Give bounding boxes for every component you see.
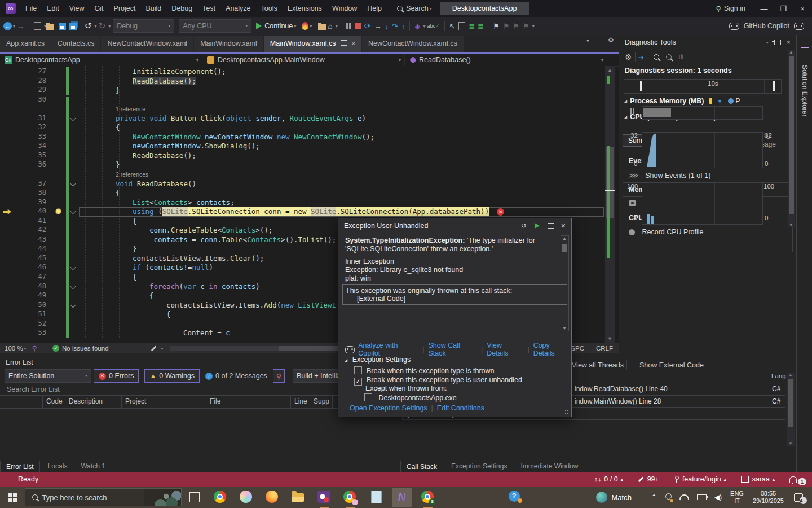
spell-check-icon[interactable]: abc✓ [427,23,439,29]
menu-item-extensions[interactable]: Extensions [283,5,327,12]
step-into-icon[interactable]: ↓ [385,22,389,30]
notifications-bell[interactable]: 1 [789,474,806,485]
menu-item-debug[interactable]: Debug [166,5,197,12]
module-checkbox[interactable]: DesktopcontactsApp.exe [364,393,457,402]
continue-play-icon[interactable] [535,223,540,229]
stop-icon[interactable] [355,23,361,29]
outline-collapse-icon[interactable] [70,115,76,121]
visual-studio-icon[interactable]: N [392,488,412,507]
weather-widget[interactable]: Match [596,492,632,503]
zoom-level-dropdown[interactable]: 100 % [5,345,23,352]
filter-button[interactable]: ⚲ [273,369,285,383]
pause-icon[interactable] [629,108,635,116]
explorer-icon[interactable] [292,491,305,504]
snapshot-marker-icon[interactable] [709,98,712,104]
call-stack-scrollbar[interactable]: ▲ ▼ [787,373,795,446]
wifi-icon[interactable] [679,494,689,500]
tab-newcontactwindow.xaml[interactable]: NewContactWindow.xaml [101,36,193,52]
codelens-label[interactable]: 2 references [116,171,148,178]
project-dropdown[interactable]: C# DesktopcontactsApp▾ [0,54,202,66]
codelens-row[interactable]: 2 references [0,170,605,179]
chrome-money-icon[interactable]: $ [421,491,435,504]
chevron-down-icon[interactable]: ▾ [336,24,338,29]
step-out-icon[interactable]: ↑ [401,22,405,30]
member-dropdown[interactable]: ReadDatabase()▾ [405,54,607,66]
warnings-filter-button[interactable]: ▲ 0 Warnings [144,369,200,383]
code-line[interactable]: 28ReadDatabase(); [0,77,605,86]
show-next-statement-icon[interactable]: → [374,22,382,30]
column-header-supp[interactable]: Supp [310,396,333,408]
find-in-files-icon[interactable] [318,24,326,30]
menu-item-help[interactable]: Help [362,5,387,12]
tab-options-gear-icon[interactable]: ⚙ [608,36,614,44]
dialog-footer-link-0[interactable]: Open Exception Settings [350,404,427,412]
bookmark-icon[interactable]: ⚑ [493,22,500,30]
back-icon[interactable]: ← [3,22,12,30]
pending-changes[interactable]: 99+ [638,475,659,483]
notification-center[interactable]: 4 [794,493,803,502]
dialog-link-2[interactable]: View Details [487,341,523,357]
code-line[interactable]: 31private void Button_Click(object sende… [0,114,605,124]
editor-scrollbar[interactable]: ▲ ▼ [605,66,615,343]
zoom-in-icon[interactable] [654,54,659,60]
outline-collapse-icon[interactable] [70,302,76,308]
exception-settings-expander[interactable]: ◢ Exception Settings [344,356,411,364]
sync-status[interactable]: ↑↓ 0 / 0 ▴ [594,475,623,483]
tab-call-stack[interactable]: Call Stack [400,461,443,472]
resize-grip[interactable] [564,410,570,415]
close-button[interactable]: × [793,5,812,13]
clock[interactable]: 08:5529/10/2025 [753,490,784,505]
bookmark-clear-icon[interactable]: ⚑ [523,22,529,30]
scroll-down-icon[interactable]: ▼ [788,441,793,446]
dialog-scrollbar[interactable]: ▲ ▼ [561,235,569,331]
language-indicator[interactable]: ENGIT [730,490,744,505]
pause-icon[interactable] [346,22,351,30]
tab-immediate-window[interactable]: Immediate Window [515,461,584,472]
line-ending-indicator[interactable]: CRLF [590,343,619,353]
menu-item-analyze[interactable]: Analyze [220,5,255,12]
taskbar-search-input[interactable]: Type here to search [25,488,182,506]
close-icon[interactable]: × [352,40,355,47]
scrollbar-thumb[interactable] [789,56,794,214]
tab-watch-1[interactable]: Watch 1 [75,461,111,472]
code-line[interactable]: 40using (SQLite.SQLiteConnection conn = … [0,207,605,217]
forward-icon[interactable]: → [17,22,24,30]
hot-reload-flame-icon[interactable] [302,22,308,30]
collapse-icon[interactable]: ◢ [624,99,627,104]
column-header-line[interactable]: Line [291,396,310,408]
dialog-link-0[interactable]: Analyze with Copilot [358,341,418,357]
redo-icon[interactable]: ↻ [99,21,106,31]
zoom-out-icon[interactable] [666,54,672,60]
chevron-down-icon[interactable]: ▾ [423,24,425,29]
scrollbar-thumb[interactable] [606,147,614,218]
chevron-down-icon[interactable]: ▾ [13,24,15,29]
code-line[interactable]: 36} [0,160,605,170]
code-line[interactable]: 29} [0,86,605,95]
column-header-file[interactable]: File [206,396,291,408]
column-header-description[interactable]: Description [65,396,122,408]
tab-app.xaml.cs[interactable]: App.xaml.cs [0,36,51,52]
menu-item-file[interactable]: File [20,5,42,12]
reset-view-icon[interactable]: ılı [678,53,684,61]
code-line[interactable]: 35ReadDatabase(); [0,151,605,161]
exception-helper-dialog[interactable]: Exception User-Unhandled ↺ × System.Type… [338,218,572,417]
recorder-app-icon[interactable] [317,491,331,504]
code-line[interactable]: 38{ [0,189,605,198]
show-external-code-button[interactable]: Show External Code [639,361,704,369]
menu-item-test[interactable]: Test [197,5,220,12]
menu-item-view[interactable]: View [64,5,90,12]
indent-increase-icon[interactable]: ≣ [478,22,483,30]
dialog-footer-link-1[interactable]: Edit Conditions [437,404,484,412]
chrome-icon[interactable] [214,491,227,504]
notepad-icon[interactable] [369,491,383,504]
codelens-label[interactable]: 1 reference [116,106,145,112]
save-all-icon[interactable] [69,23,77,30]
outline-collapse-icon[interactable] [70,283,76,289]
chrome-profile-icon[interactable] [343,491,357,504]
firefox-icon[interactable] [266,491,279,504]
repo-selector[interactable]: saraa ▴ [741,475,775,483]
restart-icon[interactable]: ⟳ [364,21,371,30]
outline-collapse-icon[interactable] [70,209,76,214]
feedback-icon[interactable] [5,476,12,483]
document-outline-icon[interactable] [458,22,465,30]
